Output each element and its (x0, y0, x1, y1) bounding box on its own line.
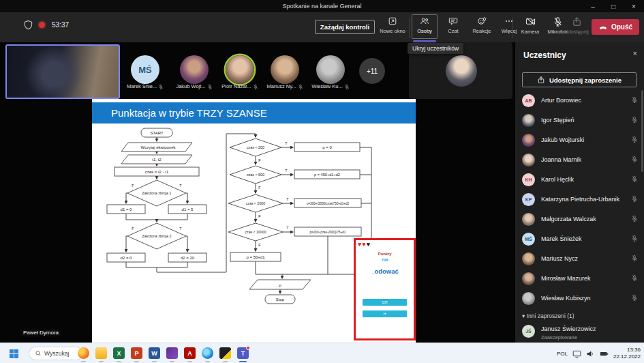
mic-off-icon (631, 175, 638, 182)
network-icon[interactable] (572, 349, 581, 358)
avatar: AB (522, 94, 535, 107)
edge-icon[interactable] (202, 347, 213, 359)
slide-title: Punktacja w trybie TRZY SZANSE (92, 102, 416, 124)
camera-button[interactable]: Kamera (517, 16, 544, 35)
mic-off-icon (207, 84, 213, 89)
svg-text:czas < 10000: czas < 10000 (245, 230, 266, 234)
mic-off-icon (631, 136, 638, 143)
app-icon[interactable] (166, 347, 178, 359)
avatar: KH (522, 173, 535, 186)
svg-text:czas < 2000: czas < 2000 (246, 201, 265, 205)
teams-icon[interactable]: T (237, 347, 249, 359)
svg-text:d2 = 20: d2 = 20 (181, 256, 195, 260)
participant-row[interactable]: AB Artur Borowiec (515, 93, 644, 111)
maximize-button[interactable]: □ (603, 0, 624, 12)
recording-indicator-icon (39, 22, 45, 28)
chat-icon (448, 16, 458, 26)
svg-text:p = 450+d1+d2: p = 450+d1+d2 (314, 173, 340, 177)
reactions-button[interactable]: Reakcje (469, 16, 495, 34)
avatar (271, 55, 299, 84)
acrobat-icon[interactable]: A (184, 347, 196, 359)
svg-text:d1 = 5: d1 = 5 (182, 207, 194, 212)
participant-row[interactable]: KH Karol Hęclik (515, 172, 644, 190)
participant-row[interactable]: Wiesław Kubiszyn (515, 291, 644, 308)
taskbar-search[interactable]: Wyszukaj (29, 347, 83, 360)
invite-status: Zaakceptowane (541, 334, 577, 340)
answer-button: H (363, 310, 407, 317)
svg-text:czas < 200: czas < 200 (247, 145, 264, 149)
panel-close-icon[interactable]: × (633, 49, 637, 57)
avatar: KP (522, 193, 535, 206)
language-indicator[interactable]: POL (557, 351, 568, 357)
svg-text:START: START (150, 131, 163, 135)
participant-row[interactable]: Joanna Marnik (515, 152, 644, 170)
notification-badge (246, 346, 250, 350)
svg-text:Założona zbroja 2: Założona zbroja 2 (142, 234, 172, 238)
participant-row[interactable]: KP Katarzyna Pietrucha-Urbanik (515, 192, 644, 209)
leave-button[interactable]: Opuść (592, 19, 639, 35)
avatar (446, 55, 477, 87)
app-icon[interactable] (219, 347, 231, 359)
chat-button[interactable]: Czat (443, 16, 463, 34)
self-video-tile[interactable] (5, 44, 120, 99)
chevron-down-icon: ▾ (522, 313, 525, 319)
word-puzzle: _odować (356, 267, 414, 275)
hangup-icon (598, 23, 608, 32)
avatar: MŚ (131, 55, 159, 84)
svg-text:Założona zbroja 1: Założona zbroja 1 (142, 191, 172, 195)
close-button[interactable]: × (624, 0, 644, 12)
game-screenshot-frame: ♥♥♥ Punkty 708 _odować CH H (354, 238, 416, 340)
volume-icon[interactable] (586, 349, 595, 358)
mic-off-icon (158, 84, 164, 89)
excel-icon[interactable]: X (113, 347, 125, 359)
overflow-count-badge[interactable]: +11 (359, 58, 385, 84)
share-invite-button[interactable]: Udostępnij zaproszenie (522, 72, 637, 87)
meeting-stage: MŚ Marek Śnie... Jakub Wojt... Piotr Naz… (0, 42, 515, 343)
mic-off-icon (631, 96, 638, 103)
people-button[interactable]: Osoby (412, 16, 438, 34)
other-invited-section-header[interactable]: ▾ Inni zaproszeni (1) (522, 313, 574, 319)
share-button[interactable]: Udostępnij (562, 16, 592, 35)
taskbar-clock[interactable]: 13:36 22.12.2022 (613, 347, 641, 360)
presenter-name-label: Paweł Dymora (20, 329, 61, 336)
svg-text:p=200-(czas-2000)/75+d1: p=200-(czas-2000)/75+d1 (310, 231, 346, 234)
avatar (522, 134, 535, 147)
firefox-icon[interactable] (78, 347, 89, 359)
svg-text:T: T (179, 184, 182, 188)
points-label: Punkty (356, 252, 414, 256)
new-window-icon (388, 16, 397, 26)
svg-text:Wczytaj ekwipunek: Wczytaj ekwipunek (140, 145, 176, 149)
participant-row[interactable]: Jakub Wojturski (515, 132, 644, 150)
hide-participants-tooltip: Ukryj uczestników (408, 43, 463, 54)
windows-taskbar: Wyszukaj X P W A T POL 13:36 22.12.2022 (0, 343, 644, 363)
battery-icon[interactable] (600, 349, 609, 358)
teams-meeting-window: Spotkanie na kanale General – □ × 53:37 … (0, 0, 644, 363)
meeting-toolbar: 53:37 Zażądaj kontroli Nowe okno Osoby C… (0, 12, 644, 42)
file-explorer-icon[interactable] (95, 347, 107, 359)
share-invite-icon (537, 76, 545, 84)
mic-off-icon (631, 195, 638, 202)
svg-text:d2 = 0: d2 = 0 (121, 256, 133, 260)
camera-off-icon (525, 16, 536, 27)
participant-row[interactable]: Igor Stępień (515, 113, 644, 130)
participant-row[interactable]: Mirosław Mazurek (515, 271, 644, 289)
minimize-button[interactable]: – (583, 0, 603, 12)
mic-off-icon (253, 84, 258, 89)
shield-icon (23, 20, 33, 33)
participant-row[interactable]: Małgorzata Walczak (515, 212, 644, 229)
word-icon[interactable]: W (149, 347, 160, 359)
share-icon (572, 16, 582, 27)
avatar (316, 55, 345, 84)
svg-text:T: T (286, 226, 289, 230)
powerpoint-icon[interactable]: P (131, 347, 142, 359)
reactions-icon (477, 16, 487, 26)
participant-row[interactable]: Mariusz Nycz (515, 251, 644, 269)
svg-text:F: F (258, 186, 261, 190)
new-window-button[interactable]: Nowe okno (376, 16, 409, 34)
avatar (522, 292, 535, 305)
windows-start-button[interactable] (10, 349, 18, 358)
svg-text:Stop: Stop (276, 297, 285, 302)
request-control-button[interactable]: Zażądaj kontroli (315, 20, 375, 34)
svg-text:F: F (132, 227, 134, 231)
participant-row[interactable]: MŚ Marek Śnieżek (515, 231, 644, 249)
